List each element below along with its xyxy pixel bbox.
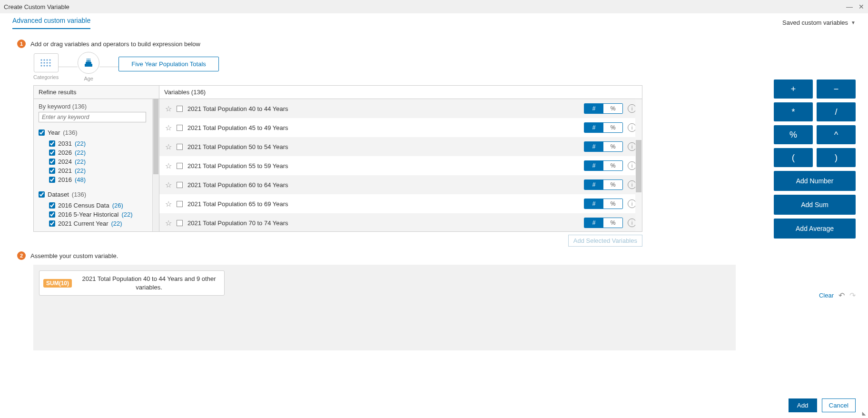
unit-percent[interactable]: %	[603, 142, 622, 151]
refine-scrollbar-thumb[interactable]	[153, 99, 158, 174]
unit-number[interactable]: #	[584, 199, 603, 209]
variables-scrollbar-thumb[interactable]	[636, 140, 641, 192]
svg-rect-16	[89, 60, 90, 62]
filter-checkbox[interactable]	[49, 149, 55, 156]
keyword-input[interactable]	[39, 112, 146, 122]
variable-name: 2021 Total Population 60 to 64 Years	[187, 181, 579, 189]
unit-percent[interactable]: %	[603, 199, 622, 209]
variable-row[interactable]: ☆ 2021 Total Population 50 to 54 Years #…	[159, 137, 642, 156]
year-filter-item[interactable]: 2026 (22)	[49, 148, 154, 157]
add-average-button[interactable]: Add Average	[774, 219, 856, 239]
crumb-categories[interactable]: Categories	[33, 53, 59, 80]
dataset-filter-item[interactable]: 2016 Census Data (26)	[49, 201, 154, 210]
unit-percent[interactable]: %	[603, 104, 622, 113]
filter-checkbox[interactable]	[49, 159, 55, 165]
undo-icon[interactable]: ↶	[838, 291, 845, 300]
star-icon[interactable]: ☆	[165, 199, 172, 209]
dataset-checkbox[interactable]	[39, 191, 45, 198]
variable-row[interactable]: ☆ 2021 Total Population 45 to 49 Years #…	[159, 118, 642, 137]
rparen-button[interactable]: )	[817, 148, 856, 167]
minimize-icon[interactable]: —	[846, 3, 853, 10]
star-icon[interactable]: ☆	[165, 219, 172, 228]
variable-row[interactable]: ☆ 2021 Total Population 60 to 64 Years #…	[159, 175, 642, 194]
multiply-button[interactable]: *	[774, 102, 813, 121]
unit-toggle[interactable]: # %	[584, 103, 623, 114]
variable-name: 2021 Total Population 50 to 54 Years	[187, 143, 579, 150]
unit-number[interactable]: #	[584, 104, 603, 113]
star-icon[interactable]: ☆	[165, 180, 172, 189]
unit-number[interactable]: #	[584, 218, 603, 228]
crumb-age[interactable]: Age	[78, 52, 99, 81]
variable-checkbox[interactable]	[177, 144, 183, 150]
variable-checkbox[interactable]	[177, 220, 183, 226]
refine-scrollbar[interactable]	[152, 99, 159, 231]
expression-area[interactable]: SUM(10) 2021 Total Population 40 to 44 Y…	[33, 265, 736, 350]
svg-point-10	[46, 65, 48, 66]
cancel-button[interactable]: Cancel	[822, 398, 856, 412]
variable-row[interactable]: ☆ 2021 Total Population 55 to 59 Years #…	[159, 156, 642, 175]
unit-number[interactable]: #	[584, 180, 603, 189]
unit-toggle[interactable]: # %	[584, 141, 623, 152]
variable-row[interactable]: ☆ 2021 Total Population 40 to 44 Years #…	[159, 99, 642, 118]
caret-button[interactable]: ^	[817, 125, 856, 144]
filter-checkbox[interactable]	[49, 211, 55, 218]
variable-checkbox[interactable]	[177, 163, 183, 169]
star-icon[interactable]: ☆	[165, 161, 172, 170]
filter-checkbox[interactable]	[49, 140, 55, 147]
tab-advanced[interactable]: Advanced custom variable	[12, 17, 90, 29]
svg-rect-14	[87, 60, 88, 62]
unit-number[interactable]: #	[584, 161, 603, 170]
unit-toggle[interactable]: # %	[584, 160, 623, 171]
dataset-filter-item[interactable]: 2016 5-Year Historical (22)	[49, 210, 154, 219]
percent-button[interactable]: %	[774, 125, 813, 144]
divide-button[interactable]: /	[817, 102, 856, 121]
unit-percent[interactable]: %	[603, 218, 622, 228]
unit-percent[interactable]: %	[603, 161, 622, 170]
add-number-button[interactable]: Add Number	[774, 171, 856, 191]
filter-checkbox[interactable]	[49, 168, 55, 174]
unit-toggle[interactable]: # %	[584, 199, 623, 209]
unit-percent[interactable]: %	[603, 123, 622, 132]
unit-toggle[interactable]: # %	[584, 218, 623, 228]
expression-chip[interactable]: SUM(10) 2021 Total Population 40 to 44 Y…	[39, 270, 225, 296]
add-sum-button[interactable]: Add Sum	[774, 195, 856, 215]
redo-icon[interactable]: ↷	[849, 291, 856, 300]
lparen-button[interactable]: (	[774, 148, 813, 167]
saved-variables-dropdown[interactable]: Saved custom variables ▼	[782, 19, 856, 26]
filter-checkbox[interactable]	[49, 177, 55, 183]
add-selected-button[interactable]: Add Selected Variables	[568, 235, 642, 247]
keyword-label: By keyword (136)	[39, 103, 154, 110]
year-filter-item[interactable]: 2016 (48)	[49, 175, 154, 184]
plus-button[interactable]: +	[774, 80, 813, 99]
star-icon[interactable]: ☆	[165, 123, 172, 132]
unit-percent[interactable]: %	[603, 180, 622, 189]
variables-scrollbar[interactable]	[635, 99, 642, 231]
year-filter-item[interactable]: 2021 (22)	[49, 166, 154, 175]
variable-row[interactable]: ☆ 2021 Total Population 65 to 69 Years #…	[159, 194, 642, 213]
crumb-current[interactable]: Five Year Population Totals	[118, 57, 219, 71]
close-icon[interactable]: ✕	[858, 3, 864, 10]
dataset-filter-item[interactable]: 2021 Current Year (22)	[49, 219, 154, 228]
svg-point-0	[40, 59, 42, 60]
unit-number[interactable]: #	[584, 142, 603, 151]
crumb-connector	[99, 67, 118, 67]
variable-checkbox[interactable]	[177, 201, 183, 207]
variable-checkbox[interactable]	[177, 182, 183, 188]
year-filter-item[interactable]: 2031 (22)	[49, 139, 154, 148]
unit-toggle[interactable]: # %	[584, 179, 623, 190]
unit-number[interactable]: #	[584, 123, 603, 132]
variable-row[interactable]: ☆ 2021 Total Population 70 to 74 Years #…	[159, 213, 642, 231]
variable-checkbox[interactable]	[177, 106, 183, 112]
unit-toggle[interactable]: # %	[584, 122, 623, 133]
year-filter-item[interactable]: 2024 (22)	[49, 157, 154, 166]
star-icon[interactable]: ☆	[165, 142, 172, 151]
variable-checkbox[interactable]	[177, 125, 183, 131]
filter-checkbox[interactable]	[49, 202, 55, 209]
clear-button[interactable]: Clear	[819, 292, 834, 299]
star-icon[interactable]: ☆	[165, 104, 172, 113]
add-button[interactable]: Add	[789, 398, 817, 412]
year-checkbox[interactable]	[39, 129, 45, 136]
resize-handle[interactable]: ◢	[862, 412, 867, 416]
filter-checkbox[interactable]	[49, 220, 55, 227]
minus-button[interactable]: −	[817, 80, 856, 99]
